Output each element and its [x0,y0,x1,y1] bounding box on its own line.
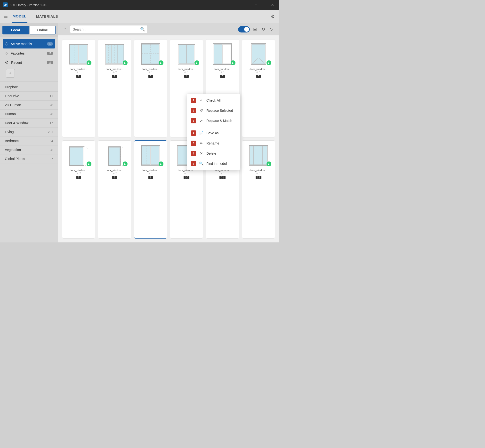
copy-icon: ⊙ [220,71,222,74]
view-toggle[interactable] [238,26,250,32]
items-grid: ▶ door_window... ⊙ 1 1 ▶ door_window... … [58,35,279,242]
sidebar-category-item[interactable]: Global Plants37 [0,154,58,163]
sidebar-category-item[interactable]: Door & Window17 [0,119,58,128]
search-bar: 🔍 [70,25,148,33]
item-meta: ⊙ 1 [184,172,189,175]
item-badge: 12 [256,176,261,179]
replace-icon: ▶ [87,161,91,166]
svg-rect-26 [109,147,120,165]
heart-icon: ♡ [5,51,8,56]
item-copies: 1 [223,71,225,74]
grid-view-button[interactable]: ⊞ [252,26,258,33]
item-copies: 1 [259,71,261,74]
item-badge: 7 [76,176,81,179]
ctx-badge: 5 [191,141,196,146]
replace-icon: ▶ [123,60,128,65]
context-menu-item-7[interactable]: 7 🔍 Find in model [187,159,240,169]
item-card[interactable]: ▶ door_window... ⊙ 2 2 [98,39,131,137]
ctx-label: Rename [206,141,219,145]
settings-icon[interactable]: ⚙ [271,14,275,19]
replace-icon: ▶ [231,60,235,65]
item-card[interactable]: ▶ door_window... ⊙ 1 3 [134,39,167,137]
item-meta: ⊙ 2 [113,71,117,74]
clock-icon: ⏱ [5,60,9,65]
cube-icon: ⬡ [5,41,8,46]
minimize-button[interactable]: − [253,2,259,8]
item-badge: 4 [184,75,189,78]
local-button[interactable]: Local [2,26,29,34]
filter-button[interactable]: ▽ [269,26,275,33]
item-card[interactable]: ▶ door_window... ⊙ 2 8 [98,140,131,239]
item-copies: 1 [259,172,261,175]
item-card[interactable]: ▶ door_window... ⊙ 1 9 [134,140,167,239]
online-button[interactable]: Online [30,26,56,34]
item-card[interactable]: ▶ door_window... ⊙ 2 7 [62,140,95,239]
sidebar-category-item[interactable]: 2D Human20 [0,101,58,110]
item-badge: 8 [112,176,117,179]
item-name: door_window... [65,68,92,71]
item-copies: 2 [79,172,81,175]
sidebar-item-favorites[interactable]: ♡ Favorites 12 [3,48,55,58]
sidebar-pinned-section: ⬡ Active models 12 ♡ Favorites 12 ⏱ Rece… [0,37,58,82]
context-menu-item-3[interactable]: 3 ⤢ Replace & Match [187,116,240,126]
tab-model[interactable]: MODEL [12,10,27,23]
svg-rect-21 [252,44,265,64]
ctx-label: Save as [206,131,219,135]
search-input[interactable] [73,27,139,31]
sidebar-item-recent[interactable]: ⏱ Recent 11 [3,58,55,67]
sidebar-category-item[interactable]: Bedroom54 [0,136,58,145]
close-button[interactable]: ✕ [269,2,276,8]
copy-icon: ⊙ [113,172,114,175]
tab-materials[interactable]: MATERIALS [35,10,59,23]
replace-icon: ▶ [267,161,271,166]
hamburger-icon[interactable]: ☰ [4,14,8,19]
replace-icon: ▶ [123,161,128,166]
sidebar-item-active-models[interactable]: ⬡ Active models 12 [3,39,55,48]
copy-icon: ⊙ [256,71,258,74]
sidebar-category-item[interactable]: Vegetation28 [0,145,58,154]
ctx-icon: ↺ [199,108,203,113]
item-thumbnail: ▶ [209,42,236,66]
ctx-badge: 6 [191,151,196,156]
context-menu-item-6[interactable]: 6 ✕ Delete [187,148,240,159]
add-category-button[interactable]: + [6,69,15,78]
maximize-button[interactable]: □ [261,2,267,8]
item-meta: ⊙ 1 [220,71,225,74]
item-copies: 1 [187,71,189,74]
context-menu-item-5[interactable]: 5 ✏ Rename [187,138,240,148]
refresh-button[interactable]: ↺ [260,26,267,33]
ctx-label: Replace & Match [206,119,232,123]
item-copies: 1 [151,172,153,175]
item-card[interactable]: ▶ door_window... ⊙ 1 6 [242,39,275,137]
ctx-icon: 📄 [199,131,203,135]
context-menu-item-2[interactable]: 2 ↺ Replace Selected [187,105,240,116]
context-menu: 1 ✓ Check All 2 ↺ Replace Selected 3 ⤢ R… [187,94,240,170]
context-menu-item-1[interactable]: 1 ✓ Check All [187,95,240,105]
item-copies: 2 [115,71,117,74]
replace-icon: ▶ [87,60,91,65]
main-content: ↑ 🔍 ⊞ ↺ ▽ ▶ door_window... [58,23,279,242]
content-area: Local Online ⬡ Active models 12 ♡ Favori… [0,23,279,242]
sidebar-category-item[interactable]: OneDrive11 [0,92,58,101]
sidebar-category-item[interactable]: Human28 [0,110,58,119]
item-copies: 1 [223,172,225,175]
item-copies: 2 [115,172,117,175]
ctx-badge: 1 [191,98,196,103]
context-menu-item-4[interactable]: 4 📄 Save as [187,128,240,138]
ctx-icon: ✏ [199,141,203,145]
item-thumbnail: ▶ [245,143,272,167]
item-copies: 1 [79,71,81,74]
sidebar-category-item[interactable]: Dropbox [0,83,58,92]
up-button[interactable]: ↑ [62,26,68,33]
copy-icon: ⊙ [184,172,186,175]
sidebar-category-item[interactable]: Living281 [0,128,58,136]
item-meta: ⊙ 1 [256,172,261,175]
category-list: DropboxOneDrive112D Human20Human28Door &… [0,82,58,164]
replace-icon: ▶ [267,60,271,65]
item-thumbnail: ▶ [245,42,272,66]
local-online-bar: Local Online [0,23,58,37]
item-card[interactable]: ▶ door_window... ⊙ 1 12 [242,140,275,239]
item-thumbnail: ▶ [65,42,92,66]
window-controls: − □ ✕ [253,2,276,8]
item-card[interactable]: ▶ door_window... ⊙ 1 1 [62,39,95,137]
